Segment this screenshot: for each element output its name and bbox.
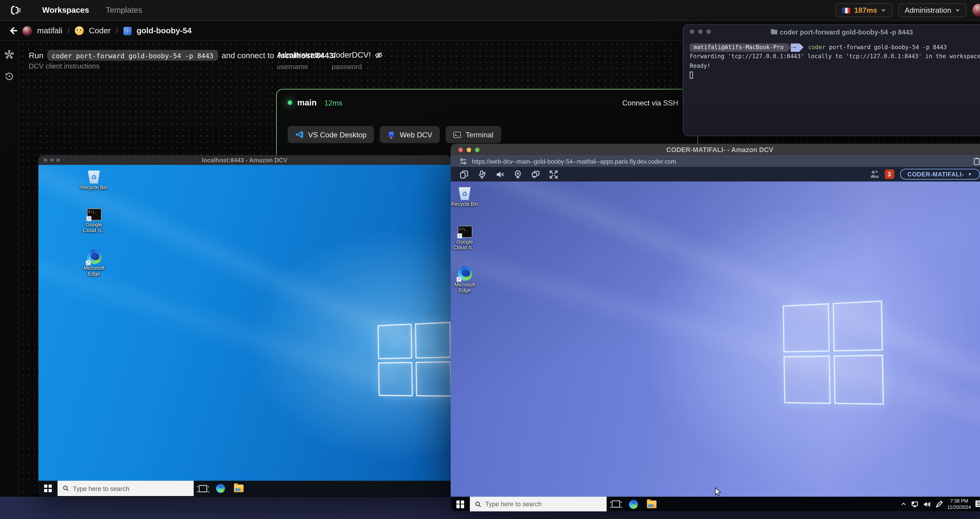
breadcrumb-workspace[interactable]: gold-booby-54 [137, 26, 192, 35]
terminal-title: coder port-forward gold-booby-54 -p 8443 [684, 28, 980, 35]
start-button[interactable] [450, 497, 470, 511]
file-explorer-button[interactable] [643, 497, 660, 511]
windows-logo-wallpaper [377, 322, 451, 397]
collaborators-icon[interactable] [870, 170, 879, 178]
administration-dropdown[interactable]: Administration [898, 3, 967, 17]
edge-icon: ↗ [457, 266, 472, 281]
terminal-titlebar[interactable]: coder port-forward gold-booby-54 -p 8443 [684, 25, 980, 38]
dcv-client-instructions-link[interactable]: DCV client instructions [29, 62, 100, 70]
desktop-icon-google-cloud-sdk[interactable]: ↗ Google Cloud S... [450, 226, 479, 251]
task-view-icon [611, 501, 620, 508]
command-prompt-icon: ↗ [457, 226, 472, 238]
desktop-icon-microsoft-edge[interactable]: ↗ Microsoft Edge [450, 266, 479, 294]
search-input[interactable] [73, 485, 162, 492]
dcv-back-title: localhost:8443 - Amazon DCV [38, 157, 451, 164]
browser-url-bar[interactable]: https://web-dcv--main--gold-booby-54--ma… [450, 155, 980, 167]
app-button-label: Terminal [466, 131, 493, 139]
taskbar-search[interactable] [470, 497, 607, 511]
multi-monitor-icon[interactable] [531, 170, 540, 179]
edge-icon [629, 500, 638, 509]
terminal-icon [453, 131, 461, 139]
web-dcv-button[interactable]: Web DCV [380, 126, 440, 143]
terminal-button[interactable]: Terminal [446, 126, 501, 143]
search-icon [475, 501, 481, 507]
volume-icon[interactable] [923, 500, 931, 508]
tray-chevron-up-icon[interactable] [900, 501, 906, 507]
file-explorer-icon [647, 500, 656, 508]
desktop-icon-google-cloud-sdk[interactable]: ↗ Google Cloud S... [79, 209, 109, 234]
vscode-icon [295, 131, 304, 139]
taskbar-search[interactable] [57, 481, 194, 496]
fullscreen-icon[interactable] [549, 170, 558, 179]
search-input[interactable] [485, 501, 575, 508]
port-forward-command[interactable]: coder port-forward gold-booby-54 -p 8443 [47, 50, 218, 60]
edge-taskbar-button[interactable] [624, 497, 642, 511]
task-view-button[interactable] [607, 497, 624, 511]
windows-logo-wallpaper [783, 301, 884, 405]
windows-taskbar [38, 481, 451, 496]
notification-icon [975, 500, 980, 507]
dcv-back-titlebar[interactable]: localhost:8443 - Amazon DCV [38, 155, 451, 165]
connect-via-ssh-button[interactable]: Connect via SSH [622, 99, 687, 107]
breadcrumb-separator: / [116, 26, 118, 35]
task-view-icon [199, 485, 207, 492]
file-explorer-button[interactable] [229, 481, 247, 496]
history-icon[interactable] [5, 72, 14, 81]
webcam-disabled-icon[interactable] [513, 170, 522, 179]
password-label: password [332, 63, 383, 70]
password-value: coderDCV! [332, 51, 371, 60]
nav-workspaces[interactable]: Workspaces [42, 6, 89, 15]
back-arrow-icon[interactable] [8, 26, 17, 35]
breadcrumb-user[interactable]: matifali [37, 26, 62, 35]
microphone-muted-icon[interactable] [477, 170, 487, 179]
desktop-icon-recycle-bin[interactable]: ♻ Recycle Bin [79, 170, 109, 191]
dcv-front-titlebar[interactable]: CODER-MATIFALI- - Amazon DCV [450, 144, 980, 155]
prompt-host-segment: matifali@Atifs-MacBook-Pro [690, 43, 788, 51]
breadcrumb-separator: / [67, 26, 70, 35]
start-button[interactable] [38, 481, 57, 496]
notification-center-button[interactable]: 1 [975, 500, 980, 508]
edge-icon: ↗ [87, 249, 101, 264]
taskbar-clock[interactable]: 7:38 PM 11/20/2024 [947, 498, 971, 510]
command-prompt-icon: ↗ [87, 209, 101, 220]
resources-topology-icon[interactable] [5, 50, 14, 59]
windows-start-icon [44, 484, 52, 492]
clipboard-icon[interactable] [974, 157, 980, 165]
task-view-button[interactable] [194, 481, 212, 496]
desktop-icon-recycle-bin[interactable]: ♻ Recycle Bin [450, 186, 479, 207]
windows-desktop[interactable]: ♻ Recycle Bin ↗ Google Cloud S... ↗ Micr… [38, 165, 451, 481]
france-flag-icon [842, 8, 850, 13]
desktop-icon-microsoft-edge[interactable]: ↗ Microsoft Edge [79, 249, 109, 277]
site-settings-icon[interactable] [460, 158, 467, 165]
recycle-bin-icon: ♻ [459, 186, 471, 200]
url-text[interactable]: https://web-dcv--main--gold-booby-54--ma… [472, 158, 969, 165]
session-count-badge: 3 [885, 169, 894, 179]
command-args: port-forward gold-booby-54 -p 8443 [826, 43, 947, 52]
vscode-desktop-button[interactable]: VS Code Desktop [288, 126, 374, 143]
coder-logo-icon[interactable] [10, 5, 22, 16]
top-right-controls: 187ms Administration [836, 3, 980, 17]
nav-templates[interactable]: Templates [106, 6, 142, 15]
windows-desktop[interactable]: ♻ Recycle Bin ↗ Google Cloud S... ↗ Micr… [450, 181, 980, 497]
latency-dropdown[interactable]: 187ms [836, 3, 892, 17]
user-avatar[interactable] [972, 4, 980, 17]
windows-taskbar: 7:38 PM 11/20/2024 1 [450, 497, 980, 511]
hide-password-eye-icon[interactable] [375, 51, 383, 59]
tray-date: 11/20/2024 [947, 504, 971, 510]
username-value: Administrator [277, 51, 324, 60]
screen: Workspaces Templates 187ms Administratio… [0, 0, 980, 519]
pen-icon[interactable] [935, 500, 943, 508]
speaker-icon[interactable] [495, 170, 504, 179]
network-icon[interactable] [911, 500, 919, 508]
connect-via-ssh-label: Connect via SSH [622, 99, 678, 107]
breadcrumb-app[interactable]: Coder [89, 26, 111, 35]
terminal-content[interactable]: matifali@Atifs-MacBook-Pro~coder port-fo… [684, 38, 980, 84]
edge-taskbar-button[interactable] [212, 481, 229, 496]
agent-app-buttons: VS Code Desktop Web DCV [277, 126, 697, 143]
clipboard-copy-icon[interactable] [460, 170, 469, 179]
terminal-output-line: Ready! [690, 61, 980, 70]
session-selector-button[interactable]: CODER-MATIFALI- ▼ [900, 169, 980, 180]
username-credential: Administrator username [277, 51, 324, 70]
app-button-label: VS Code Desktop [308, 131, 366, 139]
windows-start-icon [457, 500, 464, 508]
